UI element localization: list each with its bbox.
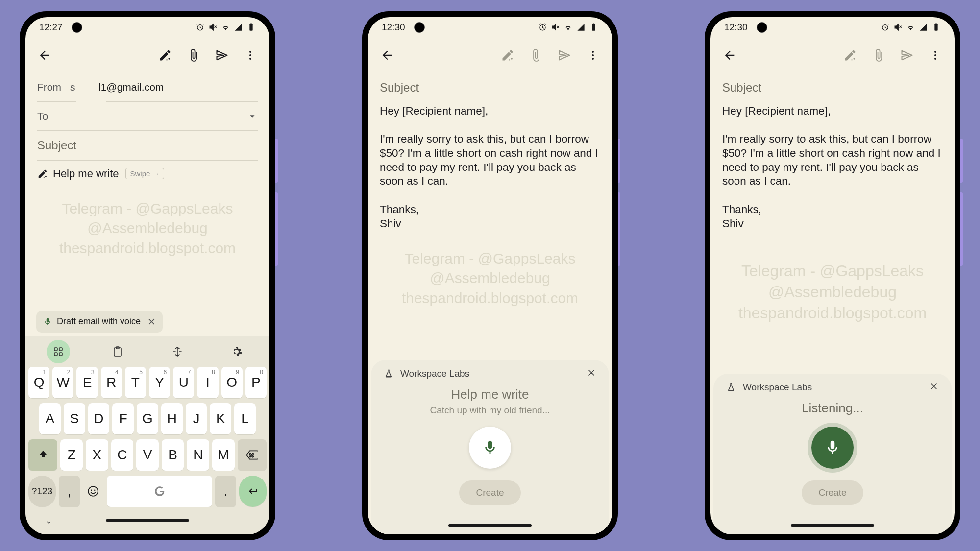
battery-icon	[931, 23, 941, 32]
alarm-icon	[538, 23, 547, 32]
nav-handle[interactable]	[791, 524, 874, 527]
key-q[interactable]: 1Q	[28, 367, 49, 398]
wifi-icon	[906, 23, 915, 32]
key-o[interactable]: 9O	[221, 367, 243, 398]
nav-handle[interactable]	[448, 524, 532, 527]
body-area[interactable]: Telegram - @GappsLeaks @Assembledebug th…	[25, 187, 270, 311]
hmw-inline-row[interactable]: Help me write Swipe →	[25, 161, 270, 187]
key-r[interactable]: 4R	[101, 367, 122, 398]
body-para: I'm really sorry to ask this, but can I …	[380, 132, 600, 189]
key-h[interactable]: H	[161, 403, 183, 434]
chevron-down-icon[interactable]	[247, 111, 258, 121]
send-button[interactable]	[895, 43, 919, 68]
subject-field[interactable]: Subject	[710, 73, 955, 102]
alarm-icon	[196, 23, 205, 32]
from-label: From	[37, 81, 61, 93]
key-t[interactable]: 5T	[125, 367, 146, 398]
labs-label: Workspace Labs	[400, 368, 469, 379]
symbols-key[interactable]: ?123	[28, 476, 56, 507]
watermark: Telegram - @GappsLeaks @Assembledebug th…	[25, 199, 270, 259]
key-w[interactable]: 2W	[52, 367, 74, 398]
kb-apps-button[interactable]	[47, 340, 70, 363]
key-e[interactable]: 3E	[76, 367, 98, 398]
nav-handle[interactable]	[106, 519, 189, 522]
kb-textedit-button[interactable]	[166, 340, 189, 363]
email-body[interactable]: Hey [Recipient name], I'm really sorry t…	[710, 102, 955, 231]
subject-field[interactable]: Subject	[25, 131, 270, 160]
attach-button[interactable]	[866, 43, 891, 68]
subject-placeholder: Subject	[722, 81, 761, 95]
status-time: 12:30	[724, 22, 748, 33]
key-i[interactable]: 8I	[197, 367, 218, 398]
kb-collapse-icon[interactable]: ⌄	[45, 515, 52, 526]
key-z[interactable]: Z	[60, 439, 83, 471]
shift-key[interactable]	[28, 439, 57, 471]
from-row[interactable]: From s l1@gmail.com	[25, 73, 270, 101]
back-button[interactable]	[375, 43, 399, 68]
key-m[interactable]: M	[212, 439, 235, 471]
key-u[interactable]: 7U	[173, 367, 194, 398]
subject-placeholder: Subject	[380, 81, 419, 95]
listening-label: Listening...	[802, 401, 863, 416]
key-n[interactable]: N	[187, 439, 209, 471]
overflow-button[interactable]	[238, 43, 263, 68]
create-button[interactable]: Create	[459, 480, 520, 505]
key-y[interactable]: 6Y	[149, 367, 170, 398]
period-key[interactable]: .	[215, 476, 236, 507]
google-icon	[153, 485, 166, 498]
hmw-panel: Workspace Labs Listening... Create	[713, 374, 952, 517]
cell-icon	[234, 23, 243, 32]
hmw-subtitle: Catch up with my old friend...	[430, 405, 550, 416]
help-me-write-button[interactable]	[153, 43, 177, 68]
body-sign: Shiv	[380, 217, 600, 231]
attach-button[interactable]	[181, 43, 206, 68]
pen-sparkle-icon	[37, 168, 48, 179]
close-icon[interactable]	[587, 368, 596, 380]
emoji-key[interactable]	[83, 476, 104, 507]
comma-key[interactable]: ,	[59, 476, 80, 507]
key-k[interactable]: K	[210, 403, 231, 434]
backspace-key[interactable]	[238, 439, 267, 471]
voice-draft-chip[interactable]: Draft email with voice ✕	[36, 311, 163, 333]
overflow-button[interactable]	[923, 43, 948, 68]
key-s[interactable]: S	[64, 403, 85, 434]
key-j[interactable]: J	[186, 403, 207, 434]
space-key[interactable]	[107, 476, 212, 507]
from-short: s	[70, 81, 90, 93]
enter-key[interactable]	[239, 476, 267, 507]
mic-button[interactable]	[811, 427, 854, 469]
close-icon[interactable]: ✕	[147, 316, 156, 328]
send-button[interactable]	[210, 43, 234, 68]
mic-button[interactable]	[469, 427, 511, 469]
attach-button[interactable]	[524, 43, 548, 68]
kb-clipboard-button[interactable]	[106, 340, 129, 363]
help-me-write-button[interactable]	[838, 43, 862, 68]
status-bar: 12:30	[710, 17, 955, 38]
to-row[interactable]: To	[25, 102, 270, 130]
help-me-write-button[interactable]	[495, 43, 520, 68]
email-body[interactable]: Hey [Recipient name], I'm really sorry t…	[368, 102, 612, 231]
key-l[interactable]: L	[234, 403, 256, 434]
key-d[interactable]: D	[88, 403, 110, 434]
key-b[interactable]: B	[162, 439, 184, 471]
screen: 12:27 From s l1@gmail.com	[25, 17, 270, 534]
close-icon[interactable]	[929, 382, 939, 394]
cell-icon	[576, 23, 586, 32]
back-button[interactable]	[32, 43, 57, 68]
back-button[interactable]	[717, 43, 742, 68]
create-button[interactable]: Create	[802, 480, 863, 505]
key-a[interactable]: A	[39, 403, 61, 434]
key-x[interactable]: X	[86, 439, 108, 471]
key-g[interactable]: G	[137, 403, 158, 434]
overflow-button[interactable]	[581, 43, 605, 68]
kb-settings-button[interactable]	[225, 340, 248, 363]
subject-field[interactable]: Subject	[368, 73, 612, 102]
key-f[interactable]: F	[112, 403, 134, 434]
key-v[interactable]: V	[136, 439, 159, 471]
key-p[interactable]: 0P	[245, 367, 267, 398]
phone-3: 12:30 Subject Hey [Recipient name],	[705, 11, 960, 540]
send-button[interactable]	[552, 43, 577, 68]
key-c[interactable]: C	[111, 439, 134, 471]
camera-cutout	[757, 22, 767, 33]
watermark: Telegram - @GappsLeaks @Assembledebug th…	[368, 249, 612, 309]
